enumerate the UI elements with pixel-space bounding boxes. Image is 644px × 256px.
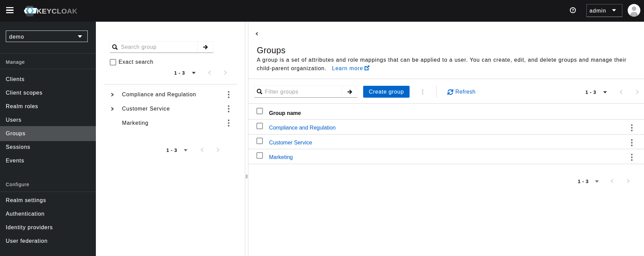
svg-text:?: ?: [572, 8, 574, 12]
svg-text:KEYCLOAK: KEYCLOAK: [37, 7, 78, 15]
